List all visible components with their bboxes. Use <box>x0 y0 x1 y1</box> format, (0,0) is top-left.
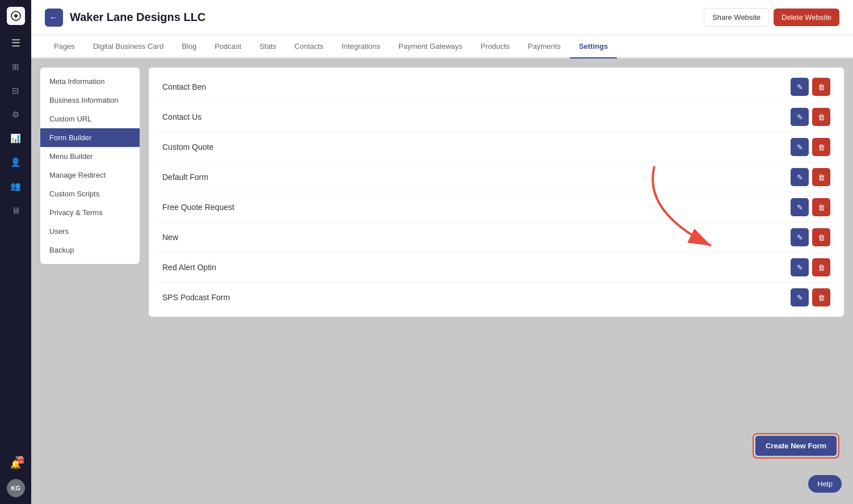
settings-menu-item-custom-scripts[interactable]: Custom Scripts <box>40 184 140 203</box>
settings-menu-item-business-information[interactable]: Business Information <box>40 91 140 110</box>
form-row-contact-ben: Contact Ben ✎ 🗑 <box>158 72 835 102</box>
forms-panel: Contact Ben ✎ 🗑 Contact Us ✎ 🗑 Custom Qu… <box>149 68 844 317</box>
user-avatar[interactable]: KG <box>7 479 25 497</box>
app-logo[interactable] <box>7 7 25 25</box>
settings-menu-item-users[interactable]: Users <box>40 222 140 241</box>
form-row-default-form: Default Form ✎ 🗑 <box>158 162 835 192</box>
form-name: Red Alert Optin <box>162 263 216 272</box>
delete-button-custom-quote[interactable]: 🗑 <box>812 138 830 156</box>
form-name: New <box>162 233 178 242</box>
table-icon[interactable]: ⊟ <box>6 81 26 101</box>
delete-button-free-quote-request[interactable]: 🗑 <box>812 198 830 216</box>
edit-button-red-alert-optin[interactable]: ✎ <box>791 258 809 276</box>
settings-menu-item-privacy-terms[interactable]: Privacy & Terms <box>40 203 140 222</box>
tab-contacts[interactable]: Contacts <box>285 35 333 58</box>
delete-button-default-form[interactable]: 🗑 <box>812 168 830 186</box>
edit-button-sps-podcast-form[interactable]: ✎ <box>791 288 809 306</box>
settings-menu-item-form-builder[interactable]: Form Builder <box>40 128 140 147</box>
create-form-button-wrapper: Create New Form <box>753 433 839 459</box>
contacts-icon[interactable]: 👥 <box>6 176 26 196</box>
notification-bell[interactable]: 🔔 bell-icon <box>6 454 26 474</box>
edit-button-custom-quote[interactable]: ✎ <box>791 138 809 156</box>
delete-button-contact-us[interactable]: 🗑 <box>812 108 830 126</box>
form-row-free-quote-request: Free Quote Request ✎ 🗑 <box>158 192 835 222</box>
tab-pages[interactable]: Pages <box>45 35 84 58</box>
edit-button-contact-us[interactable]: ✎ <box>791 108 809 126</box>
edit-button-default-form[interactable]: ✎ <box>791 168 809 186</box>
back-button[interactable]: ← <box>45 9 63 27</box>
delete-button-new[interactable]: 🗑 <box>812 228 830 246</box>
form-name: Free Quote Request <box>162 203 234 212</box>
tab-stats[interactable]: Stats <box>250 35 285 58</box>
help-button[interactable]: Help <box>808 475 842 493</box>
gear-icon[interactable]: ⚙ <box>6 104 26 125</box>
edit-button-new[interactable]: ✎ <box>791 228 809 246</box>
hamburger-icon[interactable]: ☰ <box>6 33 26 53</box>
tab-payments[interactable]: Payments <box>519 35 570 58</box>
tab-podcast[interactable]: Podcast <box>205 35 250 58</box>
form-name: Custom Quote <box>162 142 213 152</box>
create-new-form-button[interactable]: Create New Form <box>755 436 837 456</box>
form-row-custom-quote: Custom Quote ✎ 🗑 <box>158 132 835 162</box>
delete-button-sps-podcast-form[interactable]: 🗑 <box>812 288 830 306</box>
tab-digital-business-card[interactable]: Digital Business Card <box>84 35 173 58</box>
pages-icon[interactable]: ⊞ <box>6 57 26 77</box>
form-name: Contact Us <box>162 112 201 121</box>
tab-payment-gateways[interactable]: Payment Gateways <box>389 35 472 58</box>
share-website-button[interactable]: Share Website <box>704 8 769 27</box>
delete-button-red-alert-optin[interactable]: 🗑 <box>812 258 830 276</box>
delete-website-button[interactable]: Delete Website <box>774 9 839 26</box>
user-icon[interactable]: 👤 <box>6 152 26 173</box>
tab-blog[interactable]: Blog <box>173 35 205 58</box>
tab-settings[interactable]: Settings <box>570 35 617 58</box>
tab-products[interactable]: Products <box>472 35 519 58</box>
page-header: ← Waker Lane Designs LLC Share Website D… <box>31 0 853 35</box>
chart-icon[interactable]: 📊 <box>6 128 26 149</box>
settings-menu-item-backup[interactable]: Backup <box>40 241 140 259</box>
app-sidebar: ☰ ⊞ ⊟ ⚙ 📊 👤 👥 🖥 🔔 bell-icon KG <box>0 0 31 504</box>
settings-menu-item-meta-information[interactable]: Meta Information <box>40 72 140 91</box>
form-name: Contact Ben <box>162 82 206 91</box>
notification-badge: bell-icon <box>17 456 24 463</box>
form-row-sps-podcast-form: SPS Podcast Form ✎ 🗑 <box>158 283 835 312</box>
monitor-icon[interactable]: 🖥 <box>6 200 26 220</box>
form-name: SPS Podcast Form <box>162 293 230 302</box>
delete-button-contact-ben[interactable]: 🗑 <box>812 78 830 96</box>
settings-menu-item-menu-builder[interactable]: Menu Builder <box>40 147 140 166</box>
settings-menu: Meta Information Business Information Cu… <box>40 68 140 264</box>
settings-menu-item-custom-url[interactable]: Custom URL <box>40 110 140 128</box>
nav-tabs: Pages Digital Business Card Blog Podcast… <box>31 35 853 58</box>
form-row-red-alert-optin: Red Alert Optin ✎ 🗑 <box>158 253 835 283</box>
edit-button-free-quote-request[interactable]: ✎ <box>791 198 809 216</box>
page-title: Waker Lane Designs LLC <box>70 11 205 24</box>
tab-integrations[interactable]: Integrations <box>333 35 389 58</box>
edit-button-contact-ben[interactable]: ✎ <box>791 78 809 96</box>
form-row-new: New ✎ 🗑 <box>158 222 835 253</box>
form-name: Default Form <box>162 173 208 182</box>
settings-menu-item-manage-redirect[interactable]: Manage Redirect <box>40 166 140 184</box>
form-row-contact-us: Contact Us ✎ 🗑 <box>158 102 835 132</box>
